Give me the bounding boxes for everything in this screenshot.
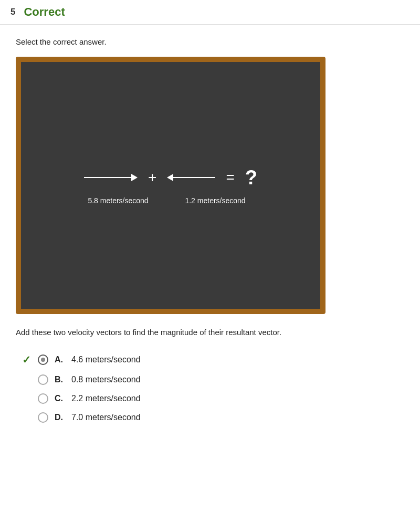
radio-a[interactable] [38, 354, 48, 365]
radio-inner-a [41, 358, 45, 362]
plus-sign: + [148, 169, 156, 186]
answer-letter-d: D. [55, 413, 65, 422]
correct-status: Correct [24, 5, 65, 19]
arrow-left-head [167, 174, 173, 181]
question-number: 5 [10, 7, 15, 17]
answer-letter-c: C. [55, 394, 65, 403]
answer-row-c[interactable]: C. 2.2 meters/second [21, 393, 404, 404]
answer-letter-b: B. [55, 375, 65, 384]
arrow-left [167, 174, 215, 181]
arrow-right [84, 174, 138, 181]
answer-text-c: 2.2 meters/second [71, 394, 141, 403]
velocity2-label: 1.2 meters/second [178, 196, 252, 205]
arrow-right-line [84, 177, 131, 178]
description-text: Add these two velocity vectors to find t… [16, 327, 404, 339]
instruction-text: Select the correct answer. [16, 37, 404, 46]
velocity-labels: 5.8 meters/second 1.2 meters/second [84, 196, 252, 205]
radio-c[interactable] [38, 393, 48, 404]
answer-letter-a: A. [55, 355, 65, 364]
answer-text-b: 0.8 meters/second [71, 375, 141, 384]
correct-checkmark: ✓ [21, 353, 32, 366]
answer-text-a: 4.6 meters/second [71, 355, 141, 364]
equation-row: + = ? [84, 166, 257, 189]
radio-d[interactable] [38, 412, 48, 423]
arrow-right-head [131, 174, 138, 181]
answer-row-a[interactable]: ✓ A. 4.6 meters/second [21, 353, 404, 366]
answer-row-b[interactable]: B. 0.8 meters/second [21, 374, 404, 385]
velocity1-label: 5.8 meters/second [84, 196, 152, 205]
chalkboard: + = ? 5.8 meters/second 1.2 meters/secon… [16, 57, 326, 314]
answer-text-d: 7.0 meters/second [71, 413, 141, 422]
content-area: Select the correct answer. + = ? 5.8 met… [0, 25, 420, 435]
question-header: 5 Correct [0, 0, 420, 25]
answers-list: ✓ A. 4.6 meters/second B. 0.8 meters/sec… [16, 353, 404, 423]
radio-b[interactable] [38, 374, 48, 385]
equals-sign: = [226, 169, 234, 186]
chalkboard-inner: + = ? 5.8 meters/second 1.2 meters/secon… [84, 166, 257, 205]
question-mark: ? [245, 166, 257, 189]
arrow-left-line [173, 177, 215, 178]
answer-row-d[interactable]: D. 7.0 meters/second [21, 412, 404, 423]
